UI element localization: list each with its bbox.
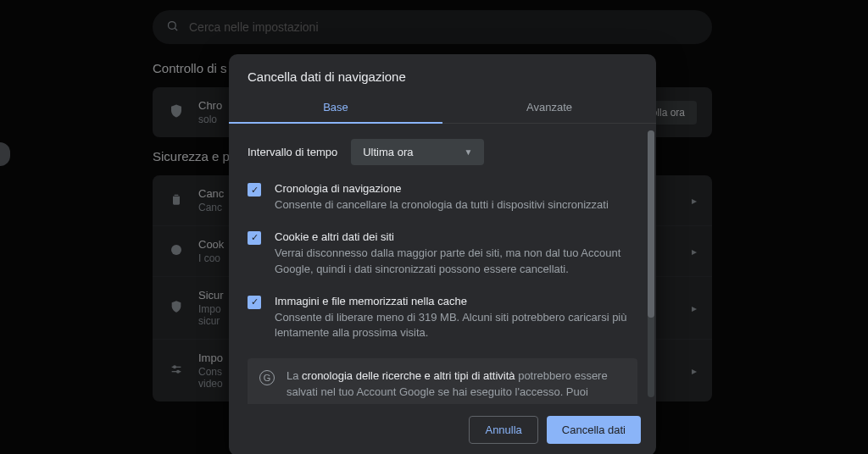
scrollbar[interactable] (648, 130, 654, 397)
checkbox-checked-icon[interactable]: ✓ (248, 183, 261, 197)
tab-advanced[interactable]: Avanzate (442, 92, 656, 123)
cancel-button[interactable]: Annulla (469, 416, 537, 444)
checkbox-checked-icon[interactable]: ✓ (248, 296, 261, 309)
option-browsing-history[interactable]: ✓ Cronologia di navigazione Consente di … (248, 182, 637, 213)
google-account-info: G La cronologia delle ricerche e altri t… (248, 358, 637, 404)
dialog-body: Intervallo di tempo Ultima ora ▼ ✓ Crono… (229, 124, 656, 404)
chevron-down-icon: ▼ (464, 147, 472, 157)
tab-basic[interactable]: Base (229, 92, 442, 123)
option-cache[interactable]: ✓ Immagini e file memorizzati nella cach… (248, 295, 637, 342)
info-text: La cronologia delle ricerche e altri tip… (287, 368, 626, 401)
dialog-tabs: Base Avanzate (229, 92, 656, 124)
google-icon: G (259, 370, 275, 385)
dialog-title: Cancella dati di navigazione (229, 54, 656, 92)
time-range-value: Ultima ora (363, 146, 413, 158)
time-range-select[interactable]: Ultima ora ▼ (351, 139, 484, 165)
dialog-actions: Annulla Cancella dati (229, 404, 656, 454)
clear-browsing-data-dialog: Cancella dati di navigazione Base Avanza… (229, 54, 656, 454)
option-cookies[interactable]: ✓ Cookie e altri dati dei siti Verrai di… (248, 230, 637, 278)
clear-data-button[interactable]: Cancella dati (547, 416, 641, 444)
time-range-label: Intervallo di tempo (248, 146, 337, 158)
checkbox-checked-icon[interactable]: ✓ (248, 231, 261, 245)
